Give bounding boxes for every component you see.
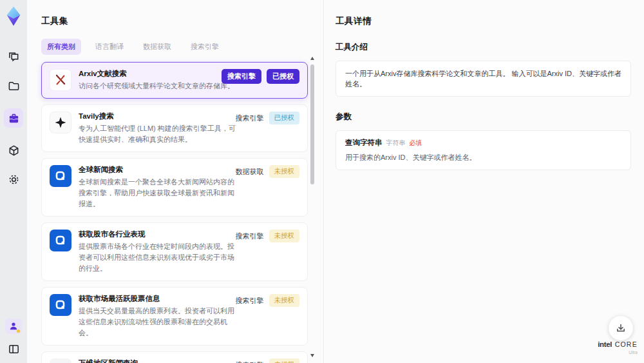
- category-tab[interactable]: 语言翻译: [90, 39, 129, 55]
- scroll-down-arrow-icon[interactable]: [310, 354, 314, 357]
- app-logo-icon: [4, 5, 23, 27]
- auth-status-badge: 未授权: [269, 230, 300, 242]
- user-avatar-icon[interactable]: [5, 319, 22, 334]
- cube-icon[interactable]: [7, 144, 20, 157]
- intro-heading: 工具介绍: [336, 42, 631, 53]
- settings-gear-icon[interactable]: [7, 173, 20, 186]
- tool-category-tag: 搜索引擎: [222, 69, 261, 84]
- tool-tags: 搜索引擎 已授权: [222, 69, 299, 84]
- intro-text-box: 一个用于从Arxiv存储库搜索科学论文和文章的工具。 输入可以是Arxiv ID…: [336, 61, 631, 97]
- building-icon: [50, 358, 71, 363]
- parameter-header: 查询字符串 字符串 必填: [345, 138, 621, 148]
- qblue-icon: [50, 165, 71, 187]
- app-window: 工具集 所有类别 语言翻译 数据获取 搜索引擎 Arxiv文献搜索: [0, 0, 644, 363]
- tool-category-tag: 数据获取: [236, 165, 264, 179]
- auth-status-badge: 未授权: [269, 358, 300, 363]
- scrollbar-thumb[interactable]: [310, 64, 314, 184]
- status-dot: [17, 329, 20, 333]
- tool-category-tag: 搜索引擎: [236, 358, 264, 363]
- parameter-description: 用于搜索的Arxiv ID、关键字或作者姓名。: [345, 153, 621, 162]
- qblue-icon: [50, 294, 71, 316]
- tool-description: 专为人工智能代理 (LLM) 构建的搜索引擎工具，可快速提供实时、准确和真实的结…: [79, 123, 240, 145]
- panel-toggle-icon[interactable]: [7, 342, 20, 355]
- tool-card[interactable]: 获取股市各行业表现 提供股票市场各个行业在特定时间段内的表现。投资者可以利用这些…: [41, 222, 308, 281]
- category-tab[interactable]: 搜索引擎: [185, 39, 224, 55]
- core-sub-label: Ultra: [594, 349, 641, 357]
- arxiv-icon: [50, 69, 71, 91]
- folder-icon[interactable]: [7, 79, 20, 92]
- qblue-icon: [50, 230, 71, 251]
- list-scrollbar: [310, 55, 315, 358]
- tool-card[interactable]: 万维地区新闻查询 查询具体行政区划内的新闻，快速了解各地新闻动 搜索引擎 未授权: [41, 351, 308, 363]
- tool-tags: 搜索引擎 未授权: [236, 294, 300, 308]
- auth-status-badge: 已授权: [269, 112, 300, 124]
- page-title: 工具集: [41, 15, 323, 27]
- download-icon: [616, 323, 626, 333]
- tool-detail-panel: 工具详情 工具介绍 一个用于从Arxiv存储库搜索科学论文和文章的工具。 输入可…: [325, 0, 644, 363]
- chat-icon[interactable]: [7, 50, 20, 63]
- category-tabs: 所有类别 语言翻译 数据获取 搜索引擎: [41, 39, 323, 55]
- intel-core-logo: intel CORE Ultra: [594, 340, 641, 357]
- tool-card[interactable]: 获取市场最活跃股票信息 提供当天交易量最高的股票列表。投资者可以利用这些信息来识…: [41, 287, 308, 346]
- tool-tags: 搜索引擎 未授权: [236, 230, 300, 243]
- tool-tags: 数据获取 未授权: [236, 165, 300, 179]
- tool-category-tag: 搜索引擎: [236, 230, 264, 243]
- tool-card[interactable]: 全球新闻搜索 全球新闻搜索是一个聚合全球各大新闻网站内容的搜索引擎，帮助用户快速…: [41, 158, 308, 217]
- tool-category-tag: 搜索引擎: [236, 294, 264, 308]
- tool-tags: 搜索引擎 已授权: [236, 112, 300, 125]
- tavily-icon: [50, 112, 71, 133]
- auth-status-badge: 未授权: [269, 294, 300, 307]
- toolset-panel: 工具集 所有类别 语言翻译 数据获取 搜索引擎 Arxiv文献搜索: [27, 0, 324, 363]
- sidebar-bottom: [5, 319, 22, 355]
- tool-category-tag: 搜索引擎: [236, 112, 264, 125]
- core-wordmark: CORE: [615, 340, 638, 348]
- download-button[interactable]: [609, 316, 633, 340]
- params-heading: 参数: [336, 112, 631, 123]
- tool-list: Arxiv文献搜索 访问各个研究领域大量科学论文和文章的存储库。 搜索引擎 已授…: [41, 62, 308, 363]
- sidebar-nav: [4, 50, 23, 186]
- sidebar: [0, 0, 27, 363]
- parameter-type: 字符串: [386, 139, 406, 148]
- auth-status-badge: 已授权: [267, 69, 299, 84]
- category-tab[interactable]: 数据获取: [138, 39, 176, 55]
- tool-description: 提供当天交易量最高的股票列表。投资者可以利用这些信息来识别流动性强的股票和潜在的…: [79, 306, 240, 338]
- tool-tags: 搜索引擎 未授权: [236, 358, 300, 363]
- tool-description: 访问各个研究领域大量科学论文和文章的存储库。: [79, 81, 240, 92]
- intel-wordmark: intel: [598, 340, 612, 348]
- tool-card[interactable]: Arxiv文献搜索 访问各个研究领域大量科学论文和文章的存储库。 搜索引擎 已授…: [41, 62, 308, 99]
- toolbox-icon[interactable]: [4, 108, 23, 128]
- tool-description: 全球新闻搜索是一个聚合全球各大新闻网站内容的搜索引擎，帮助用户快速获取全球最新资…: [79, 177, 240, 210]
- parameter-name: 查询字符串: [345, 138, 383, 148]
- detail-title: 工具详情: [336, 15, 631, 27]
- tool-description: 提供股票市场各个行业在特定时间段内的表现。投资者可以利用这些信息来识别表现优于或…: [79, 241, 240, 274]
- scroll-up-arrow-icon[interactable]: [310, 57, 314, 60]
- tool-card[interactable]: Tavily搜索 专为人工智能代理 (LLM) 构建的搜索引擎工具，可快速提供实…: [41, 104, 308, 152]
- parameter-required-flag: 必填: [410, 139, 422, 148]
- category-tab[interactable]: 所有类别: [41, 39, 81, 55]
- parameter-box: 查询字符串 字符串 必填 用于搜索的Arxiv ID、关键字或作者姓名。: [336, 130, 631, 170]
- auth-status-badge: 未授权: [269, 165, 300, 178]
